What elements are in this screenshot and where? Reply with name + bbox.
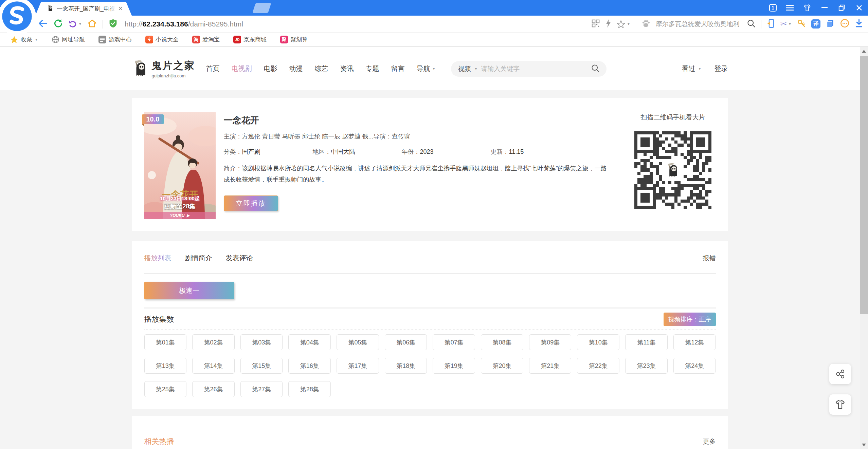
episode-button[interactable]: 第25集 xyxy=(144,381,187,397)
refresh-icon[interactable] xyxy=(53,19,62,29)
poster[interactable]: 一念花开 10.0 10月23日18:00起 更新至28集 YOUKU▶ xyxy=(144,112,216,219)
nav-item-variety[interactable]: 综艺 xyxy=(315,64,328,73)
browser-tab[interactable]: 一念花开_国产剧_电视剧 ✕ xyxy=(35,2,132,16)
search-input[interactable]: 请输入关键字 xyxy=(481,64,587,73)
favorite-caret-icon[interactable]: ▼ xyxy=(627,22,630,26)
category-value[interactable]: 国产剧 xyxy=(242,148,260,155)
flash-boost-icon[interactable] xyxy=(605,19,611,29)
new-tab-button[interactable] xyxy=(252,3,271,13)
episode-button[interactable]: 第06集 xyxy=(385,334,427,350)
site-search[interactable]: 视频 ▼ 请输入关键字 xyxy=(451,61,607,77)
episode-button[interactable]: 第27集 xyxy=(240,381,283,397)
episode-button[interactable]: 第26集 xyxy=(192,381,235,397)
nav-item-tv-series[interactable]: 电视剧 xyxy=(232,64,252,73)
scroll-down-arrow-icon[interactable] xyxy=(862,444,866,446)
episode-button[interactable]: 第05集 xyxy=(337,334,379,350)
skin-button[interactable] xyxy=(829,394,851,415)
episode-button[interactable]: 第01集 xyxy=(144,334,187,350)
skin-theme-icon[interactable] xyxy=(803,4,811,12)
region-value[interactable]: 中国大陆 xyxy=(331,148,356,155)
nav-item-topics[interactable]: 专题 xyxy=(366,64,379,73)
episode-button[interactable]: 第24集 xyxy=(673,358,716,374)
nav-item-home[interactable]: 首页 xyxy=(206,64,220,73)
restore-icon[interactable] xyxy=(838,4,846,12)
episode-button[interactable]: 第07集 xyxy=(433,334,475,350)
send-to-phone-icon[interactable] xyxy=(767,19,775,30)
episode-button[interactable]: 第15集 xyxy=(240,358,283,374)
episode-button[interactable]: 第04集 xyxy=(288,334,331,350)
episode-button[interactable]: 第10集 xyxy=(577,334,619,350)
sort-order-button[interactable]: 视频排序：正序 xyxy=(664,313,716,326)
qr-scan-icon[interactable] xyxy=(592,19,600,29)
episode-button[interactable]: 第21集 xyxy=(529,358,572,374)
tab-plot-summary[interactable]: 剧情简介 xyxy=(185,254,212,263)
episode-button[interactable]: 第12集 xyxy=(673,334,716,350)
bookmark-taobao[interactable]: 淘爱淘宝 xyxy=(192,36,220,43)
episode-button[interactable]: 第11集 xyxy=(625,334,668,350)
scissors-caret-icon[interactable]: ▼ xyxy=(788,22,792,26)
tab-count-badge[interactable]: 1 xyxy=(769,4,777,12)
episode-button[interactable]: 第20集 xyxy=(481,358,523,374)
quick-search-input[interactable]: 摩尔多瓦总统爱犬咬伤奥地利 xyxy=(656,20,741,29)
more-tools-icon[interactable] xyxy=(840,19,849,29)
nav-item-movies[interactable]: 电影 xyxy=(264,64,277,73)
bookmark-nav-site[interactable]: 网址导航 xyxy=(52,36,85,43)
episode-button[interactable]: 第02集 xyxy=(192,334,235,350)
site-logo[interactable]: 鬼片之家 guipianzhijia.com xyxy=(132,59,195,79)
back-icon[interactable] xyxy=(38,19,48,29)
security-shield-icon[interactable] xyxy=(109,19,117,30)
episode-button[interactable]: 第14集 xyxy=(192,358,235,374)
login-button[interactable]: 登录 xyxy=(715,64,728,73)
more-button[interactable]: 更多 xyxy=(703,437,716,446)
year-value[interactable]: 2023 xyxy=(420,148,434,155)
episode-button[interactable]: 第28集 xyxy=(288,381,331,397)
bookmark-juhuasuan[interactable]: 聚聚划算 xyxy=(280,36,308,43)
minimize-icon[interactable] xyxy=(820,4,829,12)
search-category-caret-icon[interactable]: ▼ xyxy=(474,67,477,71)
bookmark-game-center[interactable]: 游戏中心 xyxy=(98,36,132,43)
menu-icon[interactable] xyxy=(786,4,794,12)
play-now-button[interactable]: 立即播放 xyxy=(224,195,278,211)
episode-button[interactable]: 第19集 xyxy=(433,358,475,374)
favorite-star-icon[interactable]: ▼ xyxy=(617,20,630,28)
undo-caret-icon[interactable]: ▼ xyxy=(78,22,82,26)
episode-button[interactable]: 第08集 xyxy=(481,334,523,350)
cast-names[interactable]: 方逸伦 黄日莹 马昕墨 邱士纶 陈一辰 赵梦迪 钱... xyxy=(242,133,374,140)
password-key-icon[interactable] xyxy=(797,19,806,29)
scroll-up-arrow-icon[interactable] xyxy=(862,50,866,53)
bookmark-novels[interactable]: 小说大全 xyxy=(145,36,179,43)
sogou-browser-logo-icon[interactable] xyxy=(0,0,36,35)
tab-close-icon[interactable]: ✕ xyxy=(118,5,123,12)
favorites-caret-icon[interactable]: ▼ xyxy=(35,38,38,41)
episode-button[interactable]: 第17集 xyxy=(337,358,379,374)
nav-item-news[interactable]: 资讯 xyxy=(340,64,354,73)
close-icon[interactable] xyxy=(855,4,863,12)
search-icon[interactable] xyxy=(747,19,756,29)
share-button[interactable] xyxy=(829,364,851,384)
collection-pages-icon[interactable] xyxy=(826,19,835,29)
episode-button[interactable]: 第03集 xyxy=(240,334,283,350)
nav-item-links[interactable]: 导航▼ xyxy=(417,64,436,73)
episode-button[interactable]: 第09集 xyxy=(529,334,572,350)
tab-play-list[interactable]: 播放列表 xyxy=(144,254,171,263)
search-category-select[interactable]: 视频 xyxy=(458,64,471,73)
home-icon[interactable] xyxy=(88,19,97,29)
undo-icon[interactable]: ▼ xyxy=(68,20,82,29)
nav-item-anime[interactable]: 动漫 xyxy=(289,64,303,73)
bookmark-favorites[interactable]: 收藏▼ xyxy=(10,36,38,43)
scrollbar[interactable] xyxy=(860,47,868,449)
episode-button[interactable]: 第13集 xyxy=(144,358,187,374)
source-button[interactable]: 极速一 xyxy=(144,282,234,299)
episode-button[interactable]: 第16集 xyxy=(288,358,331,374)
translate-icon[interactable]: 译 xyxy=(811,19,820,29)
scrollbar-thumb[interactable] xyxy=(860,56,868,314)
download-icon[interactable] xyxy=(855,19,863,29)
director-name[interactable]: 查传谊 xyxy=(392,133,410,140)
site-search-icon[interactable] xyxy=(591,64,600,74)
watched-history-button[interactable]: 看过▼ xyxy=(682,64,702,73)
screenshot-scissors-icon[interactable]: ✂▼ xyxy=(780,20,792,28)
report-error-button[interactable]: 报错 xyxy=(703,254,716,263)
bookmark-jd[interactable]: JD京东商城 xyxy=(233,36,267,43)
episode-button[interactable]: 第18集 xyxy=(385,358,427,374)
address-bar[interactable]: http://62.234.53.186/dami-85295.html xyxy=(125,20,243,28)
